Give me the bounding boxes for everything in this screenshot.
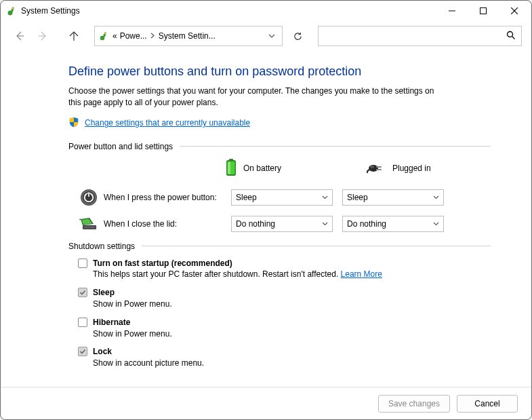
divider [142,246,491,246]
shutdown-item: Turn on fast startup (recommended)This h… [78,258,491,281]
save-button[interactable]: Save changes [378,395,450,413]
shutdown-item-desc: Show in Power menu. [93,299,172,310]
checkbox[interactable] [78,347,87,356]
checkbox[interactable] [78,318,87,327]
chevron-down-icon [322,220,328,227]
shutdown-item-desc: Show in Power menu. [93,328,172,340]
combo-value: Sleep [236,193,257,202]
cancel-button[interactable]: Cancel [457,395,518,413]
row-power-button: When I press the power button: Sleep Sle… [68,189,491,206]
shutdown-item: HibernateShow in Power menu. [78,317,491,340]
column-headers: On battery Plugged in [224,158,491,179]
battery-icon [224,158,238,179]
section-power-lid: Power button and lid settings [68,142,491,151]
shutdown-item: LockShow in account picture menu. [78,346,491,369]
nav-up-button[interactable] [64,26,83,45]
col-battery-label: On battery [243,164,281,173]
shutdown-item-desc: This helps start your PC faster after sh… [93,269,382,280]
row-lid-label: When I close the lid: [104,219,231,229]
combo-value: Sleep [347,193,368,202]
svg-rect-21 [376,169,382,170]
col-plugged: Plugged in [367,161,468,176]
shutdown-item-text: SleepShow in Power menu. [93,287,172,310]
footer: Save changes Cancel [1,387,531,419]
breadcrumb-icon [98,30,110,42]
shutdown-item-text: HibernateShow in Power menu. [93,317,172,340]
svg-rect-18 [228,161,230,174]
chevron-down-icon[interactable] [264,31,279,41]
combo-lid-battery[interactable]: Do nothing [231,216,333,232]
combo-value: Do nothing [347,219,386,229]
shutdown-item-title: Lock [93,346,204,358]
change-settings-link[interactable]: Change settings that are currently unava… [85,118,250,128]
row-lid: When I close the lid: Do nothing Do noth… [68,216,491,232]
app-icon [6,5,17,16]
learn-more-link[interactable]: Learn More [341,269,382,279]
shutdown-settings-list: Turn on fast startup (recommended)This h… [78,258,491,369]
shield-icon [68,117,79,130]
minimize-button[interactable] [436,1,468,21]
shutdown-item-title: Sleep [93,287,172,299]
breadcrumb-prefix: « [112,31,117,41]
breadcrumb-item[interactable]: System Settin... [159,31,216,41]
nav-forward-button[interactable] [33,26,52,45]
shutdown-item-title: Hibernate [93,317,172,328]
shutdown-item-desc: Show in account picture menu. [93,358,204,369]
svg-point-22 [370,166,374,168]
combo-power-plugged[interactable]: Sleep [342,189,444,206]
section-title: Shutdown settings [68,242,135,251]
laptop-lid-icon [78,216,100,231]
power-button-icon [78,189,100,206]
shutdown-item-text: LockShow in account picture menu. [93,346,204,369]
checkbox[interactable] [78,259,87,268]
navbar: « Powe... System Settin... [1,21,531,51]
content-area: Define power buttons and turn on passwor… [1,51,531,387]
plug-icon [367,161,387,176]
page-heading: Define power buttons and turn on passwor… [68,64,491,79]
nav-back-button[interactable] [10,26,29,45]
search-input[interactable] [318,26,522,46]
chevron-right-icon [150,33,155,40]
svg-rect-4 [480,8,487,14]
divider [180,146,491,147]
checkbox[interactable] [78,288,87,297]
row-power-label: When I press the power button: [104,193,231,202]
svg-rect-20 [376,166,382,168]
chevron-down-icon [322,193,328,201]
svg-point-13 [508,31,513,37]
close-button[interactable] [499,1,530,21]
search-icon [506,31,516,42]
breadcrumb-item[interactable]: Powe... [120,31,147,41]
shutdown-item: SleepShow in Power menu. [78,287,491,310]
window-controls [436,1,530,21]
admin-link-row: Change settings that are currently unava… [68,117,491,130]
svg-point-19 [369,165,378,172]
window-title: System Settings [21,6,436,16]
col-battery: On battery [224,158,326,179]
page-description: Choose the power settings that you want … [68,85,448,109]
chevron-down-icon [433,220,439,227]
shutdown-item-title: Turn on fast startup (recommended) [93,258,382,269]
combo-lid-plugged[interactable]: Do nothing [342,216,444,232]
refresh-button[interactable] [287,26,308,46]
section-title: Power button and lid settings [68,142,173,151]
section-shutdown: Shutdown settings [68,242,491,251]
chevron-down-icon [433,193,439,201]
combo-value: Do nothing [236,219,275,229]
breadcrumb[interactable]: « Powe... System Settin... [94,26,283,46]
svg-line-14 [512,36,515,39]
svg-rect-29 [83,226,96,229]
combo-power-battery[interactable]: Sleep [231,189,333,206]
maximize-button[interactable] [468,1,499,21]
shutdown-item-text: Turn on fast startup (recommended)This h… [93,258,382,281]
window: System Settings [0,0,532,420]
titlebar: System Settings [1,1,531,21]
col-plugged-label: Plugged in [392,164,431,173]
